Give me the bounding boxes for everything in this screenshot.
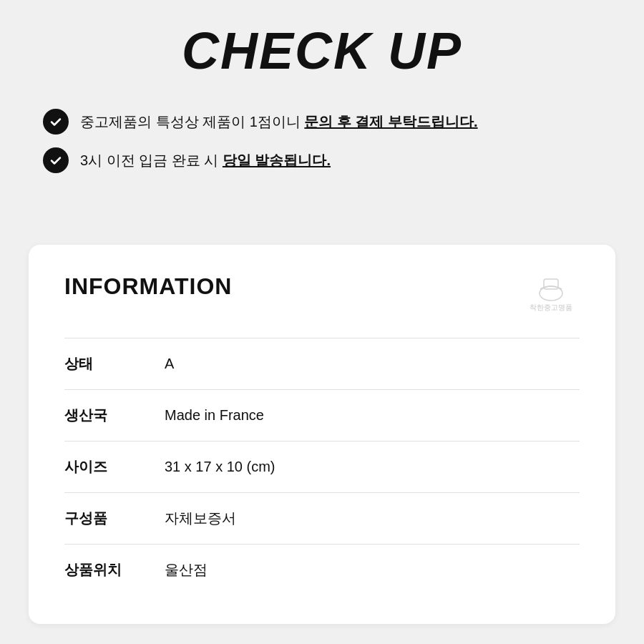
label-condition: 상태 (64, 354, 165, 374)
value-origin: Made in France (165, 407, 264, 424)
spacer (0, 202, 644, 230)
check-item-1-text: 중고제품의 특성상 제품이 1점이니 문의 후 결제 부탁드립니다. (80, 111, 478, 132)
page-title: CHECK UP (43, 21, 601, 80)
label-origin: 생산국 (64, 406, 165, 425)
top-section: CHECK UP 중고제품의 특성상 제품이 1점이니 문의 후 결제 부탁드립… (0, 0, 644, 202)
check-items-list: 중고제품의 특성상 제품이 1점이니 문의 후 결제 부탁드립니다. 3시 이전… (43, 109, 601, 173)
info-title: INFORMATION (64, 273, 232, 300)
check-item-2-text: 3시 이전 입금 완료 시 당일 발송됩니다. (80, 150, 331, 171)
label-size: 사이즈 (64, 457, 165, 477)
info-row-contents: 구성품 자체보증서 (64, 492, 580, 544)
check-item-2-bold: 당일 발송됩니다. (223, 152, 331, 168)
label-location: 상품위치 (64, 560, 165, 580)
check-item-2: 3시 이전 입금 완료 시 당일 발송됩니다. (43, 147, 601, 173)
svg-rect-0 (544, 279, 558, 289)
check-item-1-bold: 문의 후 결제 부탁드립니다. (304, 114, 477, 130)
info-row-location: 상품위치 울산점 (64, 544, 580, 595)
value-contents: 자체보증서 (165, 509, 236, 528)
value-location: 울산점 (165, 560, 208, 580)
label-contents: 구성품 (64, 509, 165, 528)
info-header: INFORMATION 착한중고명품 (64, 273, 580, 316)
info-row-origin: 생산국 Made in France (64, 389, 580, 441)
information-section: INFORMATION 착한중고명품 상태 A 생산국 Made in Fran… (29, 245, 615, 624)
info-row-condition: 상태 A (64, 338, 580, 389)
check-item-1: 중고제품의 특성상 제품이 1점이니 문의 후 결제 부탁드립니다. (43, 109, 601, 135)
value-condition: A (165, 356, 174, 372)
value-size: 31 x 17 x 10 (cm) (165, 459, 275, 475)
check-icon-2 (43, 147, 69, 173)
brand-text: 착한중고명품 (530, 303, 572, 313)
brand-watermark: 착한중고명품 (522, 273, 580, 316)
svg-point-1 (540, 286, 562, 301)
check-icon-1 (43, 109, 69, 135)
info-row-size: 사이즈 31 x 17 x 10 (cm) (64, 441, 580, 492)
info-table: 상태 A 생산국 Made in France 사이즈 31 x 17 x 10… (64, 338, 580, 595)
